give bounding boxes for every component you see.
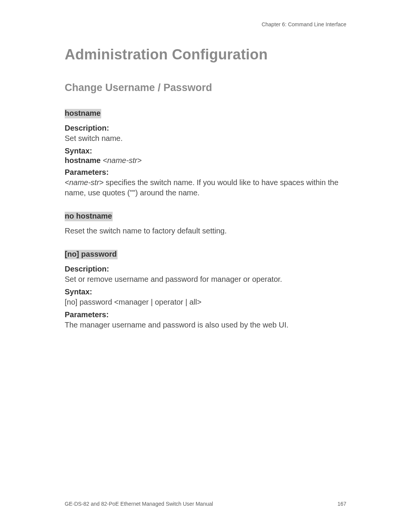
- chapter-header: Chapter 6: Command Line Interface: [261, 21, 346, 27]
- hostname-param-text: <name-str> specifies the switch name. If…: [65, 177, 346, 198]
- command-block-no-hostname: no hostname Reset the switch name to fac…: [65, 212, 346, 236]
- password-param-text: The manager username and password is als…: [65, 320, 346, 330]
- hostname-syntax-keyword: hostname: [65, 156, 100, 165]
- page: Chapter 6: Command Line Interface Admini…: [0, 0, 411, 532]
- page-footer: GE-DS-82 and 82-PoE Ethernet Managed Swi…: [65, 501, 346, 507]
- password-syntax-text: [no] password <manager | operator | all>: [65, 297, 346, 307]
- hostname-description-text: Set switch name.: [65, 133, 346, 144]
- no-hostname-text: Reset the switch name to factory default…: [65, 226, 346, 236]
- hostname-param-arg: <name-str>: [65, 178, 104, 187]
- description-label-2: Description:: [65, 265, 346, 273]
- command-block-password: [no] password Description: Set or remove…: [65, 250, 346, 330]
- command-name-password: [no] password: [65, 250, 118, 259]
- hostname-syntax-arg: <name-str>: [103, 156, 142, 165]
- command-block-hostname: hostname Description: Set switch name. S…: [65, 109, 346, 198]
- parameters-label-2: Parameters:: [65, 310, 346, 319]
- syntax-label-2: Syntax:: [65, 288, 346, 296]
- description-label: Description:: [65, 124, 346, 133]
- footer-manual-title: GE-DS-82 and 82-PoE Ethernet Managed Swi…: [65, 501, 213, 507]
- syntax-label: Syntax:: [65, 147, 346, 155]
- parameters-label: Parameters:: [65, 168, 346, 177]
- page-title: Administration Configuration: [65, 46, 346, 63]
- hostname-syntax: hostname <name-str>: [65, 156, 346, 165]
- hostname-param-rest: specifies the switch name. If you would …: [65, 178, 338, 197]
- password-description-text: Set or remove username and password for …: [65, 274, 346, 284]
- command-name-no-hostname: no hostname: [65, 212, 113, 221]
- command-name-hostname: hostname: [65, 109, 101, 118]
- section-subtitle: Change Username / Password: [65, 82, 346, 94]
- footer-page-number: 167: [338, 501, 346, 507]
